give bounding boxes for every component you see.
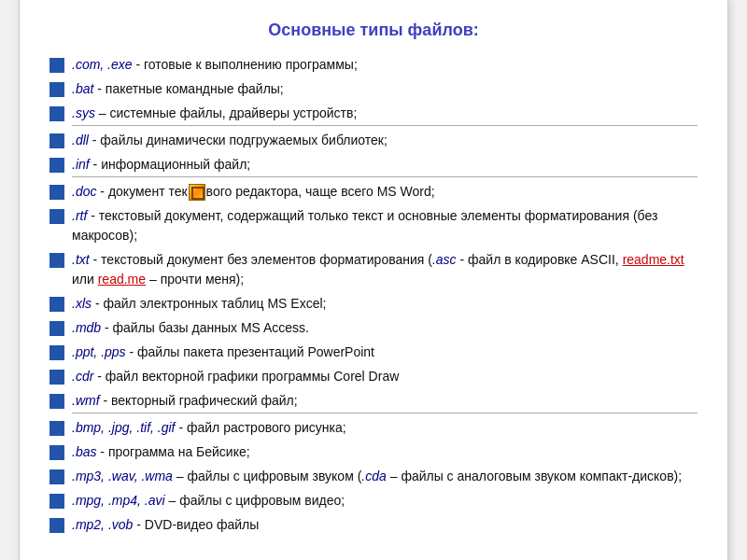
list-item: .mdb - файлы базы данных MS Access. (49, 318, 698, 338)
item-text: .xls - файл электронных таблиц MS Excel; (72, 294, 698, 314)
extension-label: .txt (72, 252, 90, 267)
list-item: .sys – системные файлы, драйверы устройс… (49, 104, 698, 126)
item-text: .ppt, .pps - файлы пакета презентаций Po… (72, 343, 698, 362)
bullet-icon (49, 469, 64, 484)
bullet-icon (49, 345, 64, 360)
bullet-icon (49, 297, 64, 312)
extension-label: .bat (72, 81, 93, 96)
item-text: .dll - файлы динамически подгружаемых би… (72, 131, 698, 150)
bullet-icon (49, 58, 64, 73)
extension-label: .ppt, .pps (72, 344, 126, 359)
extension-label: .cda (361, 469, 386, 483)
extension-label: .com, .exe (72, 57, 133, 72)
link-label[interactable]: read.me (98, 272, 146, 287)
bullet-icon (49, 494, 64, 509)
item-text: .mdb - файлы базы данных MS Access. (72, 318, 698, 338)
bullet-icon (49, 321, 64, 336)
bullet-icon (49, 370, 64, 385)
bullet-icon (49, 82, 64, 97)
link-label[interactable]: readme.txt (623, 252, 684, 267)
item-text: .bmp, .jpg, .tif, .gif - файл растрового… (72, 418, 698, 438)
extension-label: .dll (72, 133, 89, 147)
list-item: .bat - пакетные командные файлы; (49, 79, 698, 99)
item-text: .inf - информационный файл; (72, 155, 698, 177)
item-text: .cdr - файл векторной графики программы … (72, 367, 698, 386)
list-item: .mp2, .vob - DVD-видео файлы (49, 515, 698, 535)
list-item: .cdr - файл векторной графики программы … (49, 367, 698, 386)
extension-label: .mp3, .wav, .wma (72, 469, 173, 483)
item-text: .sys – системные файлы, драйверы устройс… (72, 104, 698, 126)
item-text: .doc - документ теквого редактора, чаще … (72, 182, 698, 202)
extension-label: .wmf (72, 393, 100, 408)
bullet-icon (49, 518, 64, 533)
list-item: .mpg, .mp4, .avi – файлы с цифровым виде… (49, 491, 698, 511)
bullet-icon (49, 158, 64, 173)
bullet-icon (49, 185, 64, 200)
item-text: .mpg, .mp4, .avi – файлы с цифровым виде… (72, 491, 698, 511)
bullet-icon (49, 133, 64, 148)
item-list: .com, .exe - готовые к выполнению програ… (49, 55, 698, 535)
extension-label: .mpg, .mp4, .avi (72, 493, 165, 508)
bullet-icon (49, 253, 64, 268)
bullet-icon (49, 445, 64, 460)
extension-label: .mdb (72, 320, 101, 335)
list-item: .mp3, .wav, .wma – файлы с цифровым звук… (49, 467, 698, 486)
list-item: .doc - документ теквого редактора, чаще … (49, 182, 698, 202)
item-text: .mp3, .wav, .wma – файлы с цифровым звук… (72, 467, 698, 486)
list-item: .bas - программа на Бейсике; (49, 442, 698, 462)
list-item: .txt - текстовый документ без элементов … (49, 250, 698, 289)
list-item: .ppt, .pps - файлы пакета презентаций Po… (49, 343, 698, 362)
extension-label: .doc (72, 184, 96, 199)
item-text: .mp2, .vob - DVD-видео файлы (72, 515, 698, 535)
extension-label: .cdr (72, 369, 93, 384)
list-item: .xls - файл электронных таблиц MS Excel; (49, 294, 698, 314)
slide: Основные типы файлов: .com, .exe - готов… (19, 0, 728, 560)
list-item: .rtf - текстовый документ, содержащий то… (49, 206, 698, 245)
extension-label: .bmp, .jpg, .tif, .gif (72, 420, 176, 435)
extension-label: .sys (72, 105, 95, 120)
extension-label: .rtf (72, 208, 87, 223)
extension-label: .bas (72, 444, 96, 459)
list-item: .dll - файлы динамически подгружаемых би… (49, 131, 698, 150)
item-text: .wmf - векторный графический файл; (72, 391, 698, 413)
list-item: .wmf - векторный графический файл; (49, 391, 698, 413)
item-text: .com, .exe - готовые к выполнению програ… (72, 55, 698, 75)
item-text: .rtf - текстовый документ, содержащий то… (72, 206, 698, 245)
item-text: .txt - текстовый документ без элементов … (72, 250, 698, 289)
extension-label: .mp2, .vob (72, 517, 133, 532)
slide-title: Основные типы файлов: (49, 21, 698, 40)
extension-label: .inf (72, 157, 90, 172)
extension-label: .asc (432, 252, 457, 267)
bullet-icon (49, 421, 64, 436)
doc-icon (189, 184, 205, 201)
list-item: .inf - информационный файл; (49, 155, 698, 177)
item-text: .bat - пакетные командные файлы; (72, 79, 698, 99)
extension-label: .xls (72, 296, 92, 311)
list-item: .bmp, .jpg, .tif, .gif - файл растрового… (49, 418, 698, 438)
list-item: .com, .exe - готовые к выполнению програ… (49, 55, 698, 75)
bullet-icon (49, 106, 64, 121)
bullet-icon (49, 209, 64, 224)
bullet-icon (49, 394, 64, 409)
item-text: .bas - программа на Бейсике; (72, 442, 698, 462)
